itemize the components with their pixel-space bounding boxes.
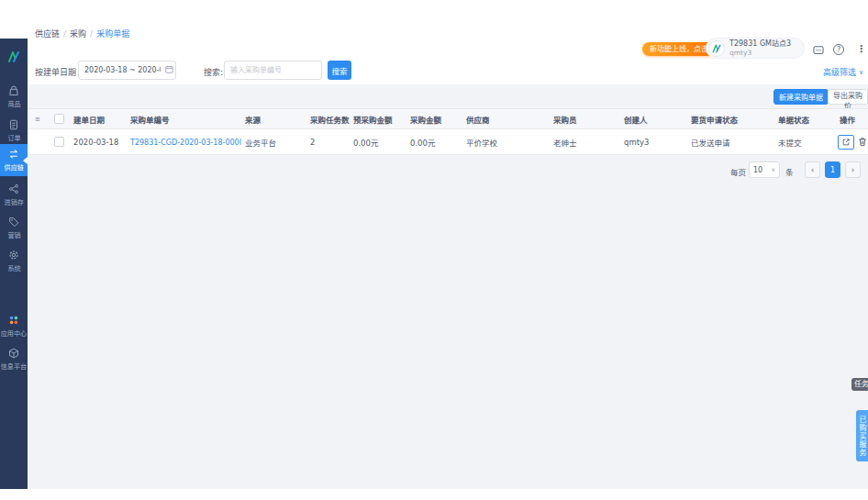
advanced-filter-link[interactable]: 高级筛选 ∨ — [823, 66, 863, 78]
content-area: 新建采购单据 导出采购价 ≡ 建单日期 采购单编号 来源 采购任务数 预采购金额… — [28, 84, 868, 489]
column-header-doc-status: 单据状态 — [774, 114, 836, 125]
sidebar-item-label: 应用中心 — [1, 328, 28, 337]
date-filter-label: 按建单日期 — [35, 66, 76, 78]
gear-icon — [8, 250, 19, 261]
row-tasks: 2 — [306, 138, 350, 147]
sidebar-item-app-center[interactable]: 应用中心 — [0, 310, 28, 342]
calendar-icon — [165, 65, 173, 73]
row-buyer: 老绅士 — [550, 137, 620, 148]
table-header-row: ≡ 建单日期 采购单编号 来源 采购任务数 预采购金额 采购金额 供应商 采购员… — [28, 108, 868, 129]
breadcrumb: 供应链 / 采购 / 采购单据 — [35, 28, 129, 39]
order-number-link[interactable]: T29831-CGD-2020-03-18-00001 — [130, 139, 241, 147]
row-source: 业务平台 — [241, 137, 306, 148]
column-header-buyer: 采购员 — [550, 114, 620, 125]
app-center-icon — [8, 315, 19, 326]
purchase-docs-table: ≡ 建单日期 采购单编号 来源 采购任务数 预采购金额 采购金额 供应商 采购员… — [28, 108, 868, 155]
column-header-pre-amount: 预采购金额 — [350, 114, 406, 125]
advanced-filter-label: 高级筛选 — [823, 66, 856, 78]
select-all-checkbox[interactable] — [54, 114, 64, 124]
sidebar-item-supply-chain[interactable]: 供应链 — [0, 144, 28, 176]
per-page-unit-label: 条 — [785, 166, 794, 177]
breadcrumb-separator: / — [90, 29, 93, 39]
message-icon[interactable] — [813, 46, 824, 56]
sidebar-item-goods[interactable]: 商品 — [0, 81, 28, 113]
shopping-bag-icon — [8, 85, 19, 96]
chevron-down-icon: ∨ — [859, 69, 863, 76]
column-header-tasks: 采购任务数 — [306, 114, 350, 125]
breadcrumb-purchase[interactable]: 采购 — [70, 28, 86, 39]
new-purchase-doc-button[interactable]: 新建采购单据 — [773, 89, 829, 105]
sidebar-item-inventory[interactable]: 进销存 — [0, 179, 28, 211]
chevron-down-icon: ∨ — [771, 166, 775, 173]
next-page-button[interactable]: › — [845, 161, 861, 178]
search-button[interactable]: 搜索 — [328, 61, 351, 80]
sidebar-item-label: 营销 — [7, 229, 20, 239]
user-texts: T29831 GM站点3 qmty3 — [729, 39, 791, 57]
row-amount: 0.00元 — [406, 137, 462, 148]
search-label: 搜索: — [204, 66, 223, 78]
date-range-input[interactable] — [78, 61, 176, 80]
column-header-actions: 操作 — [836, 114, 868, 125]
column-header-order-no: 采购单编号 — [127, 114, 241, 125]
share-nodes-icon — [8, 183, 19, 194]
sidebar-item-label: 进销存 — [4, 196, 23, 206]
column-header-date: 建单日期 — [70, 114, 127, 125]
sidebar-item-info-platform[interactable]: 信息平台 — [0, 343, 28, 375]
user-account-menu[interactable]: T29831 GM站点3 qmty3 — [706, 38, 805, 59]
sidebar-item-label: 系统 — [7, 262, 20, 272]
brand-logo-icon — [711, 43, 722, 54]
user-site-label: T29831 GM站点3 — [729, 39, 791, 49]
sidebar-item-label: 供应链 — [4, 161, 23, 171]
sidebar-item-system[interactable]: 系统 — [0, 245, 28, 277]
more-options-icon[interactable]: ⋮ — [856, 43, 866, 55]
column-header-source: 来源 — [241, 114, 306, 125]
breadcrumb-purchase-docs[interactable]: 采购单据 — [96, 28, 129, 39]
cube-icon — [8, 348, 19, 359]
row-request-status: 已发送申请 — [687, 137, 774, 148]
per-page-value: 10 — [753, 166, 762, 174]
per-page-select[interactable]: 10 ∨ — [749, 161, 780, 178]
row-date: 2020-03-18 — [70, 138, 127, 147]
user-name-label: qmty3 — [729, 49, 791, 57]
help-icon[interactable]: ? — [833, 44, 844, 55]
delete-icon[interactable] — [858, 137, 867, 147]
app-logo[interactable] — [0, 39, 28, 75]
row-checkbox[interactable] — [54, 137, 64, 147]
export-purchase-price-button[interactable]: 导出采购价 — [828, 89, 868, 105]
column-header-creator: 创建人 — [620, 114, 687, 125]
tag-icon — [8, 217, 19, 228]
purchased-services-floating-tab[interactable]: 已购买服务 — [856, 410, 868, 461]
column-header-supplier: 供应商 — [462, 114, 550, 125]
row-creator: qmty3 — [620, 138, 687, 147]
sidebar: 商品 订单 供应链 进销存 — [0, 39, 28, 489]
row-pre-amount: 0.00元 — [350, 137, 406, 148]
search-input[interactable] — [224, 61, 322, 80]
sidebar-item-label: 订单 — [7, 132, 20, 141]
page: 供应链 / 采购 / 采购单据 新功能上线，点击查看 T29831 GM站点3 … — [0, 0, 868, 500]
per-page-label: 每页 — [730, 166, 746, 177]
task-floating-tab[interactable]: 任务 — [851, 378, 868, 391]
sidebar-item-marketing[interactable]: 营销 — [0, 212, 28, 244]
prev-page-button[interactable]: ‹ — [805, 161, 820, 178]
breadcrumb-separator: / — [63, 29, 66, 39]
column-header-request-status: 要货申请状态 — [687, 114, 774, 125]
order-document-icon — [8, 119, 19, 130]
expand-all-icon[interactable]: ≡ — [28, 116, 48, 123]
swap-arrows-icon — [8, 149, 19, 160]
column-header-amount: 采购金额 — [406, 114, 462, 125]
breadcrumb-supply-chain[interactable]: 供应链 — [35, 28, 60, 39]
brand-logo-icon — [6, 50, 22, 64]
sidebar-item-label: 商品 — [7, 98, 20, 107]
avatar — [708, 40, 725, 57]
sidebar-item-orders[interactable]: 订单 — [0, 115, 28, 147]
sidebar-item-label: 信息平台 — [1, 361, 28, 370]
row-supplier: 平价学校 — [462, 137, 550, 148]
row-doc-status: 未提交 — [774, 137, 836, 148]
table-row: 2020-03-18 T29831-CGD-2020-03-18-00001 业… — [28, 129, 868, 155]
share-export-button[interactable] — [838, 135, 854, 150]
page-1-button[interactable]: 1 — [825, 161, 840, 178]
